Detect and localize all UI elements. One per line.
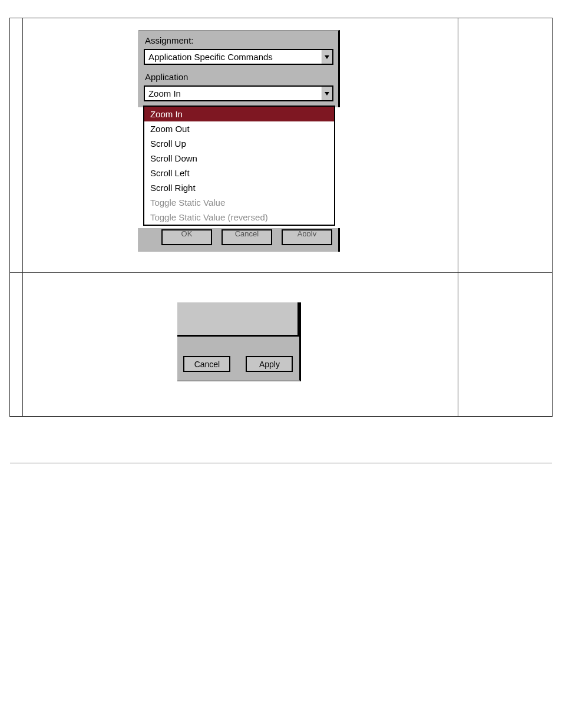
svg-marker-0 [325,55,329,59]
assignment-combo-text: Application Specific Commands [145,50,322,64]
list-item[interactable]: Zoom In [144,107,334,121]
list-item[interactable]: Scroll Down [144,151,334,166]
svg-marker-1 [325,92,329,95]
application-dropdown-list[interactable]: Zoom InZoom OutScroll UpScroll DownScrol… [143,106,335,226]
dialog-fragment: Cancel Apply [177,302,301,381]
list-item: Toggle Static Value [144,195,334,210]
cancel-button[interactable]: Cancel [183,356,230,372]
empty-cell [10,273,23,417]
empty-cell [458,18,553,273]
assignment-dialog: Assignment: Application Specific Command… [138,30,340,259]
footer-divider [10,463,552,463]
figure-cell-2: Cancel Apply [22,273,458,417]
dialog-button-row: Cancel Apply [177,356,299,372]
assignment-combo[interactable]: Application Specific Commands [144,49,333,65]
list-item[interactable]: Scroll Up [144,136,334,151]
assignment-label: Assignment: [144,35,333,49]
application-combo-text: Zoom In [145,87,322,100]
empty-cell [10,18,23,273]
list-item[interactable]: Scroll Right [144,180,334,195]
doc-layout-table: Assignment: Application Specific Command… [9,18,553,417]
dialog-button-row: OK Cancel Apply [138,228,340,252]
chevron-down-icon[interactable] [322,50,332,64]
application-label: Application [144,72,333,85]
apply-button[interactable]: Apply [246,356,293,372]
ok-button[interactable]: OK [161,229,212,245]
figure-cell-1: Assignment: Application Specific Command… [22,18,458,273]
apply-button[interactable]: Apply [282,229,332,245]
empty-cell [458,273,553,417]
cancel-button[interactable]: Cancel [222,229,272,245]
application-combo[interactable]: Zoom In [144,85,333,101]
list-item[interactable]: Zoom Out [144,121,334,136]
list-item: Toggle Static Value (reversed) [144,210,334,225]
dialog-body: Assignment: Application Specific Command… [138,30,340,107]
chevron-down-icon[interactable] [322,87,332,100]
list-item[interactable]: Scroll Left [144,166,334,180]
inner-frame [177,302,299,337]
